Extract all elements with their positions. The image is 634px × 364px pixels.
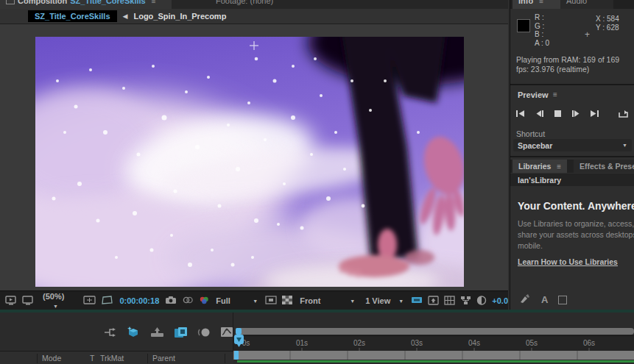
column-mode[interactable]: Mode (42, 354, 61, 363)
section-divider (510, 156, 634, 157)
first-frame-button[interactable] (515, 108, 526, 118)
panel-icon (6, 0, 15, 4)
surf-footage-frame (35, 37, 464, 287)
character-type-icon[interactable]: A (541, 294, 548, 305)
snapshot-camera-icon[interactable] (165, 296, 177, 306)
libraries-body-line: mobile. (518, 241, 543, 250)
libraries-body-line: share your assets across desktops and (518, 230, 634, 239)
ruler-label: 03s (411, 339, 423, 347)
transport-controls (515, 108, 634, 118)
shape-type-icon[interactable] (558, 296, 567, 304)
grid-guides-icon[interactable] (101, 296, 113, 306)
libraries-body-line: Use Libraries to organize, access, and (518, 219, 634, 228)
viewer-pasteboard (0, 24, 508, 290)
exposure-value[interactable]: +0.0 (492, 296, 508, 305)
graph-editor-icon[interactable] (220, 326, 233, 340)
panel-menu-icon[interactable]: ≡ (557, 163, 561, 171)
panel-tab-strip: Composition SZ_Title_CoreSkills ≡ Footag… (0, 0, 508, 9)
loop-button[interactable] (617, 108, 629, 118)
current-time-indicator[interactable] (233, 334, 244, 351)
shortcut-dropdown[interactable]: Spacebar ▼ (513, 139, 632, 151)
right-panel-stack: Info ≡ Audio R : G : B : A : 0 X : 584 Y… (510, 0, 634, 310)
previous-frame-button[interactable] (533, 108, 545, 118)
fast-previews-icon[interactable] (444, 296, 455, 307)
learn-libraries-link[interactable]: Learn How to Use Libraries (518, 257, 618, 266)
timeline-toolbar (103, 326, 233, 341)
libraries-headline: Your Content. Anywhere. (518, 200, 634, 212)
libraries-tab-strip: Libraries ≡ Effects & Presets (510, 160, 634, 173)
next-frame-button[interactable] (570, 108, 582, 118)
chevron-down-icon: ▼ (53, 304, 58, 309)
column-t[interactable]: T (90, 354, 94, 363)
draft-3d-icon[interactable] (126, 326, 141, 341)
tab-info[interactable]: Info ≡ (513, 0, 567, 9)
tab-footage[interactable]: Footage: (none) (172, 0, 508, 9)
ram-playback-status: Playing from RAM: 169 of 169 fps: 23.976… (516, 55, 634, 74)
breadcrumb-active-comp[interactable]: SZ_Title_CoreSkills (28, 10, 117, 22)
3d-view-dropdown[interactable]: Front ▼ (300, 296, 355, 305)
timeline-navigator-bar[interactable] (236, 328, 634, 335)
ruler-label: 01s (296, 339, 308, 347)
ruler-label: 06s (583, 339, 595, 347)
tab-effects-presets[interactable]: Effects & Presets (574, 160, 634, 173)
chevron-down-icon: ▼ (253, 299, 258, 304)
comp-mini-flowchart-icon[interactable] (103, 327, 116, 340)
comp-flowchart-icon[interactable] (460, 296, 471, 307)
panel-menu-icon[interactable]: ≡ (553, 90, 557, 99)
tab-composition-prefix: Composition (18, 0, 67, 5)
preview-panel-title: Preview (518, 90, 549, 99)
main-viewer-icon[interactable] (22, 296, 34, 307)
timecode-display[interactable]: 0:00:00:18 (119, 296, 159, 305)
channels-icon[interactable] (199, 296, 210, 306)
breadcrumb-arrow-icon: ◀ (123, 13, 128, 20)
transparency-grid-icon[interactable] (282, 296, 292, 306)
tab-composition-name: SZ_Title_CoreSkills (70, 0, 146, 5)
share-view-icon[interactable] (411, 296, 423, 306)
reset-exposure-icon[interactable] (476, 296, 487, 307)
motion-blur-icon[interactable] (197, 327, 211, 340)
tab-audio[interactable]: Audio (560, 0, 613, 9)
time-ruler[interactable]: 0s 01s 02s 03s 04s 05s 06s (233, 335, 634, 351)
shortcut-label: Shortcut (516, 129, 545, 138)
tab-libraries[interactable]: Libraries ≡ (513, 160, 567, 173)
resolution-dropdown[interactable]: Full ▼ (216, 296, 258, 305)
view-layout-dropdown[interactable]: 1 View ▼ (365, 296, 404, 305)
chevron-down-icon: ▼ (622, 143, 627, 148)
column-parent[interactable]: Parent (152, 354, 175, 363)
library-selector[interactable]: Ian'sLibrary (510, 174, 634, 186)
tab-composition[interactable]: Composition SZ_Title_CoreSkills ≡ (0, 0, 177, 9)
section-divider (510, 84, 634, 85)
crosshair-icon: + (585, 29, 590, 40)
timeline-panel: 0s 01s 02s 03s 04s 05s 06s Mode T TrkMat… (0, 313, 634, 364)
stop-button[interactable] (552, 108, 563, 118)
chevron-down-icon: ▼ (398, 299, 404, 304)
layer-column-headers: Mode T TrkMat Parent (0, 351, 233, 364)
safe-zones-icon[interactable] (83, 296, 96, 306)
ruler-label: 02s (353, 339, 365, 347)
last-frame-button[interactable] (588, 108, 600, 118)
panel-menu-icon[interactable]: ≡ (539, 0, 543, 5)
viewer-toolbar: (50%) ▼ 0:00:00:18 Full ▼ Front ▼ 1 View… (0, 290, 508, 310)
work-area-bar[interactable] (233, 351, 634, 360)
pixel-aspect-correction-icon[interactable] (428, 296, 439, 307)
ruler-label: 04s (468, 339, 480, 347)
ram-cache-indicator (237, 360, 634, 363)
color-swatch (517, 19, 530, 32)
work-area-start-handle[interactable] (234, 351, 239, 360)
hide-shy-layers-icon[interactable] (150, 326, 164, 340)
breadcrumb-current-comp[interactable]: Logo_Spin_In_Precomp (133, 12, 226, 21)
region-of-interest-icon[interactable] (265, 296, 277, 306)
always-preview-icon[interactable] (5, 296, 17, 307)
composition-viewport[interactable] (35, 37, 464, 287)
info-tab-strip: Info ≡ Audio (510, 0, 634, 9)
frame-blending-icon[interactable] (174, 326, 188, 341)
rgba-readout: R : G : B : A : 0 (535, 13, 549, 47)
panel-menu-icon[interactable]: ≡ (152, 0, 156, 5)
magnification-dropdown[interactable]: (50%) ▼ (43, 292, 74, 310)
library-type-icons: A (510, 290, 634, 310)
show-snapshot-icon[interactable] (182, 296, 194, 306)
brush-icon[interactable] (519, 293, 531, 307)
column-trkmat[interactable]: TrkMat (100, 354, 124, 363)
composition-panel: Composition SZ_Title_CoreSkills ≡ Footag… (0, 0, 508, 310)
xy-readout: X : 584 Y : 628 (596, 15, 619, 32)
